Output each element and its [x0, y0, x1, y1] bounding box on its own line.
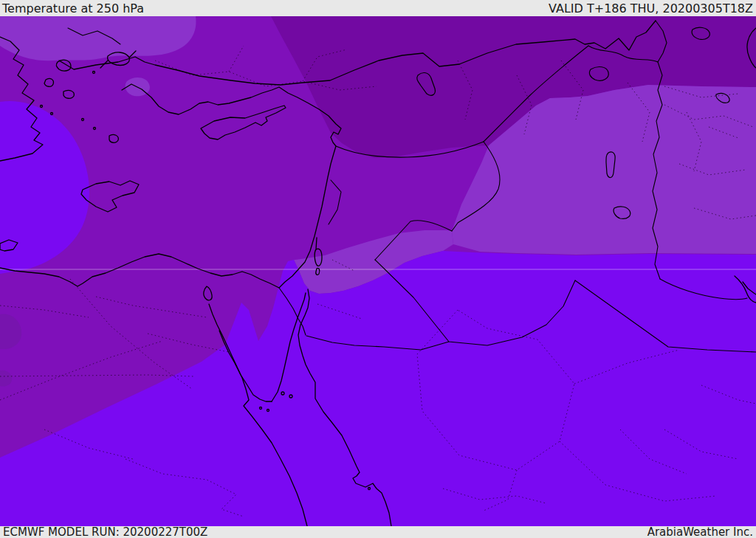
valid-time-label: VALID T+186 THU, 20200305T18Z	[549, 1, 753, 16]
footer-bar: ECMWF MODEL RUN: 20200227T00Z ArabiaWeat…	[0, 526, 756, 538]
page-title: Temperature at 250 hPa	[2, 1, 144, 16]
map-canvas	[0, 16, 756, 526]
model-run-label: ECMWF MODEL RUN: 20200227T00Z	[3, 526, 207, 538]
header-bar: Temperature at 250 hPa VALID T+186 THU, …	[0, 0, 756, 16]
brand-label: ArabiaWeather Inc.	[647, 526, 753, 538]
temperature-map-svg	[0, 16, 756, 526]
weather-map-screen: Temperature at 250 hPa VALID T+186 THU, …	[0, 0, 756, 538]
temperature-bands	[0, 16, 756, 526]
